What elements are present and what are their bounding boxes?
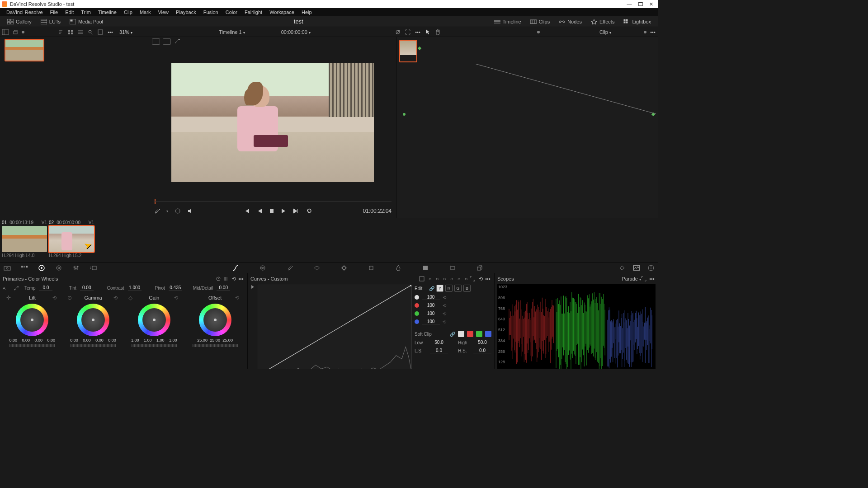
more-icon[interactable]: ••• (107, 28, 114, 36)
lmix-value[interactable]: 100.00 (224, 369, 238, 369)
auto-balance-icon[interactable] (216, 276, 223, 282)
motion-icon[interactable] (89, 263, 98, 272)
softclip-b[interactable] (485, 331, 491, 337)
softclip-w[interactable] (458, 331, 464, 337)
clip-01[interactable]: 0100:00:13:19V1 H.264 High L4.0 (2, 219, 47, 261)
key-icon[interactable] (421, 263, 430, 272)
channel-g[interactable]: G (454, 285, 462, 292)
curves-dot6[interactable]: ○ (462, 276, 470, 282)
timeline-toggle[interactable]: Timeline (491, 18, 525, 25)
menu-color[interactable]: Color (222, 9, 241, 15)
curves-dot3[interactable]: ○ (441, 276, 448, 282)
gamma-master[interactable] (71, 344, 116, 347)
scopes-mode[interactable]: Parade ▾ (622, 276, 641, 282)
awb-icon[interactable]: A (3, 285, 10, 291)
lift-reset-icon[interactable]: ⟲ (52, 295, 57, 301)
menu-edit[interactable]: Edit (61, 9, 77, 15)
wheel-mode-icon[interactable] (223, 276, 230, 282)
node-output[interactable] (418, 47, 421, 50)
gain-values[interactable]: 1.001.001.001.00 (130, 338, 179, 343)
hdr-icon[interactable] (54, 263, 63, 272)
last-frame-icon[interactable] (292, 208, 300, 214)
minimize-button[interactable]: — (624, 1, 635, 7)
thumb-view-icon[interactable] (67, 28, 74, 36)
fullscreen-icon[interactable] (404, 28, 411, 36)
temp-value[interactable]: 0.0 (39, 285, 52, 291)
rgb-mixer-icon[interactable] (71, 263, 80, 272)
more-primaries-icon[interactable]: ••• (237, 276, 245, 282)
gamma-picker-icon[interactable]: ⊙ (67, 295, 72, 301)
first-frame-icon[interactable] (244, 208, 251, 214)
list-view-icon[interactable] (77, 28, 84, 36)
expand-icon[interactable] (97, 28, 104, 36)
hilight-value[interactable]: 0.00 (108, 369, 117, 369)
curves-dot1[interactable]: ○ (426, 276, 434, 282)
maximize-button[interactable]: 🗖 (635, 1, 646, 7)
loop-icon[interactable] (306, 208, 313, 214)
lift-picker-icon[interactable]: ✛ (6, 295, 11, 301)
scopes-expand-icon[interactable] (641, 276, 648, 282)
wb-picker-icon[interactable] (14, 285, 21, 291)
menu-timeline[interactable]: Timeline (94, 9, 120, 15)
viewer-mode-1[interactable] (152, 38, 160, 45)
viewer-mode-2[interactable] (163, 38, 171, 45)
viewer-scrubber[interactable] (154, 199, 392, 204)
gain-picker-icon[interactable]: ◇ (128, 295, 132, 301)
menu-playback[interactable]: Playback (172, 9, 200, 15)
gamma-reset-icon[interactable]: ⟲ (113, 295, 118, 301)
gallery-toggle[interactable]: Gallery (4, 18, 35, 25)
stop-icon[interactable] (269, 208, 274, 214)
keyframe-icon[interactable] (618, 263, 627, 272)
bypass-icon[interactable] (394, 28, 401, 36)
lift-wheel[interactable] (16, 304, 48, 336)
curves-reset-icon[interactable]: ⟲ (477, 276, 484, 282)
menu-file[interactable]: File (47, 9, 62, 15)
softclip-hs[interactable]: 0.0 (473, 348, 491, 353)
middetail-value[interactable]: 0.00 (217, 285, 230, 291)
3d-icon[interactable] (475, 263, 484, 272)
curves-dot4[interactable]: ○ (448, 276, 455, 282)
menu-davinci[interactable]: DaVinci Resolve (3, 9, 47, 15)
offset-reset-icon[interactable]: ⟲ (235, 295, 239, 301)
tracker-icon[interactable] (340, 263, 349, 272)
luts-toggle[interactable]: LUTs (37, 18, 64, 25)
clip-mode-selector[interactable]: Clip ▾ (599, 29, 611, 35)
warper-icon[interactable] (258, 263, 267, 272)
channel-r[interactable]: R (445, 285, 453, 292)
unmix-icon[interactable] (175, 208, 181, 214)
menu-fairlight[interactable]: Fairlight (241, 9, 266, 15)
offset-wheel[interactable] (199, 304, 231, 336)
pivot-value[interactable]: 0.435 (169, 285, 182, 291)
window-icon[interactable] (312, 263, 321, 272)
zoom-percent[interactable]: 31% ▾ (117, 29, 135, 35)
menu-workspace[interactable]: Workspace (266, 9, 298, 15)
softclip-link-icon[interactable]: 🔗 (450, 332, 455, 337)
tint-value[interactable]: 0.00 (80, 285, 94, 291)
softclip-low[interactable]: 50.0 (430, 340, 448, 345)
colboost-value[interactable]: 0.00 (27, 369, 35, 369)
play-curve-icon[interactable] (250, 285, 255, 289)
play-icon[interactable] (281, 208, 286, 214)
primaries-icon[interactable] (37, 263, 46, 272)
intensity-b[interactable]: 100 (422, 319, 440, 324)
color-match-icon[interactable] (20, 263, 29, 272)
arrow-tool-icon[interactable] (424, 28, 431, 36)
menu-help[interactable]: Help (298, 9, 316, 15)
hand-tool-icon[interactable] (434, 28, 441, 36)
grab-still-icon[interactable] (12, 28, 19, 36)
clip-02[interactable]: 0200:00:00:00V1 H.264 High L5.2 (49, 219, 94, 261)
menu-view[interactable]: View (154, 9, 172, 15)
prev-frame-icon[interactable] (257, 208, 263, 214)
viewer-canvas[interactable] (149, 46, 396, 199)
magic-wand-icon[interactable] (174, 38, 181, 45)
gain-master[interactable] (132, 344, 177, 347)
curves-dot2[interactable]: ○ (434, 276, 441, 282)
scopes-settings-icon[interactable]: ••• (648, 276, 656, 282)
lift-master[interactable] (9, 344, 55, 347)
qualifier-icon[interactable] (285, 263, 294, 272)
lightbox-toggle[interactable]: Lightbox (620, 18, 655, 25)
gain-reset-icon[interactable]: ⟲ (174, 295, 178, 301)
curves-expand-icon[interactable] (470, 276, 477, 282)
effects-toggle[interactable]: Effects (587, 18, 618, 25)
curve-editor[interactable] (258, 285, 412, 369)
